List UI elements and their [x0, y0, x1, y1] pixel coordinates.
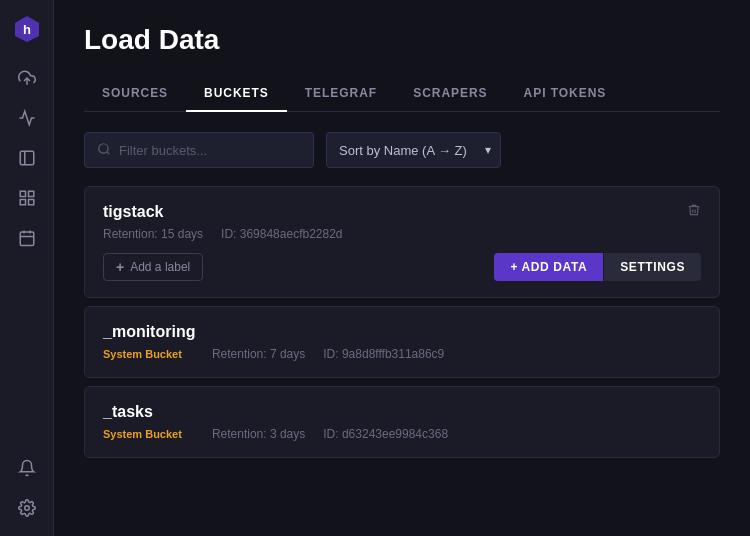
bucket-id: ID: 9a8d8fffb311a86c9: [323, 347, 444, 361]
bucket-card-monitoring: _monitoring System Bucket Retention: 7 d…: [84, 306, 720, 378]
tab-buckets[interactable]: BUCKETS: [186, 76, 287, 112]
tab-sources[interactable]: SOURCES: [84, 76, 186, 112]
app-logo[interactable]: h: [9, 10, 45, 46]
svg-rect-8: [28, 200, 33, 205]
svg-rect-3: [20, 151, 34, 165]
bucket-retention: Retention: 15 days: [103, 227, 203, 241]
delete-bucket-icon[interactable]: [687, 203, 701, 220]
alerts-nav-item[interactable]: [9, 450, 45, 486]
tabs-bar: SOURCES BUCKETS TELEGRAF SCRAPERS API TO…: [84, 76, 720, 112]
bucket-name: tigstack: [103, 203, 163, 221]
bucket-retention: Retention: 7 days: [212, 347, 305, 361]
svg-rect-5: [20, 191, 25, 196]
svg-rect-7: [20, 200, 25, 205]
chart-nav-item[interactable]: [9, 100, 45, 136]
right-actions: + ADD DATA SETTINGS: [494, 253, 701, 281]
filter-bar: Sort by Name (A → Z) ▾: [84, 132, 720, 168]
svg-line-15: [107, 151, 110, 154]
tab-api-tokens[interactable]: API TOKENS: [506, 76, 625, 112]
bucket-meta: System Bucket Retention: 7 days ID: 9a8d…: [103, 347, 701, 361]
page-title: Load Data: [84, 24, 720, 56]
filter-buckets-input[interactable]: [119, 143, 301, 158]
svg-rect-6: [28, 191, 33, 196]
filter-input-wrap: [84, 132, 314, 168]
system-badge: System Bucket: [103, 348, 182, 360]
bucket-meta: System Bucket Retention: 3 days ID: d632…: [103, 427, 701, 441]
bucket-settings-button[interactable]: SETTINGS: [603, 253, 701, 281]
svg-text:h: h: [23, 22, 31, 37]
search-icon: [97, 142, 111, 159]
sort-select-wrap: Sort by Name (A → Z) ▾: [326, 132, 501, 168]
svg-rect-9: [20, 232, 34, 246]
bucket-retention: Retention: 3 days: [212, 427, 305, 441]
tab-telegraf[interactable]: TELEGRAF: [287, 76, 395, 112]
svg-point-14: [99, 143, 108, 152]
upload-nav-item[interactable]: [9, 60, 45, 96]
sidebar: h: [0, 0, 54, 536]
tasks-nav-item[interactable]: [9, 220, 45, 256]
buckets-list: tigstack Retention: 15 days ID: 369848ae…: [84, 186, 720, 458]
bucket-card-tasks: _tasks System Bucket Retention: 3 days I…: [84, 386, 720, 458]
plus-icon: +: [116, 259, 124, 275]
system-badge: System Bucket: [103, 428, 182, 440]
bucket-actions: + Add a label + ADD DATA SETTINGS: [103, 253, 701, 281]
notebook-nav-item[interactable]: [9, 140, 45, 176]
bucket-header: tigstack: [103, 203, 701, 221]
add-data-button[interactable]: + ADD DATA: [494, 253, 603, 281]
bucket-name: _tasks: [103, 403, 701, 421]
bucket-id: ID: d63243ee9984c368: [323, 427, 448, 441]
bucket-card-tigstack: tigstack Retention: 15 days ID: 369848ae…: [84, 186, 720, 298]
main-content: Load Data SOURCES BUCKETS TELEGRAF SCRAP…: [54, 0, 750, 536]
svg-point-13: [24, 506, 29, 511]
bucket-id: ID: 369848aecfb2282d: [221, 227, 342, 241]
boards-nav-item[interactable]: [9, 180, 45, 216]
bucket-meta: Retention: 15 days ID: 369848aecfb2282d: [103, 227, 701, 241]
add-label-button[interactable]: + Add a label: [103, 253, 203, 281]
add-label-text: Add a label: [130, 260, 190, 274]
sort-select[interactable]: Sort by Name (A → Z): [326, 132, 501, 168]
tab-scrapers[interactable]: SCRAPERS: [395, 76, 505, 112]
bucket-name: _monitoring: [103, 323, 701, 341]
settings-nav-item[interactable]: [9, 490, 45, 526]
